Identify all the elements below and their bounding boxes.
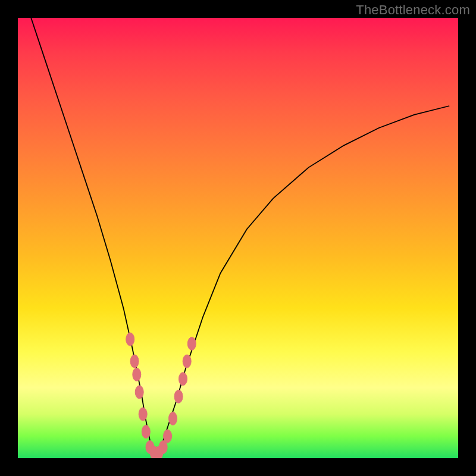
bottleneck-curve xyxy=(31,18,449,454)
highlight-dot xyxy=(133,368,141,381)
highlight-dot xyxy=(169,412,177,425)
plot-area xyxy=(18,18,458,458)
highlight-dot xyxy=(139,408,147,421)
highlight-dot xyxy=(142,425,150,439)
highlight-dot xyxy=(179,372,187,386)
highlight-dot xyxy=(187,337,196,350)
chart-svg xyxy=(18,18,458,458)
highlight-dot xyxy=(130,355,139,368)
near-min-cluster xyxy=(126,333,196,458)
highlight-dot xyxy=(183,355,191,368)
outer-frame: TheBottleneck.com xyxy=(0,0,476,476)
highlight-dot xyxy=(135,386,143,399)
watermark-text: TheBottleneck.com xyxy=(356,2,470,18)
highlight-dot xyxy=(164,430,172,443)
highlight-dot xyxy=(174,390,183,403)
highlight-dot xyxy=(126,333,134,346)
